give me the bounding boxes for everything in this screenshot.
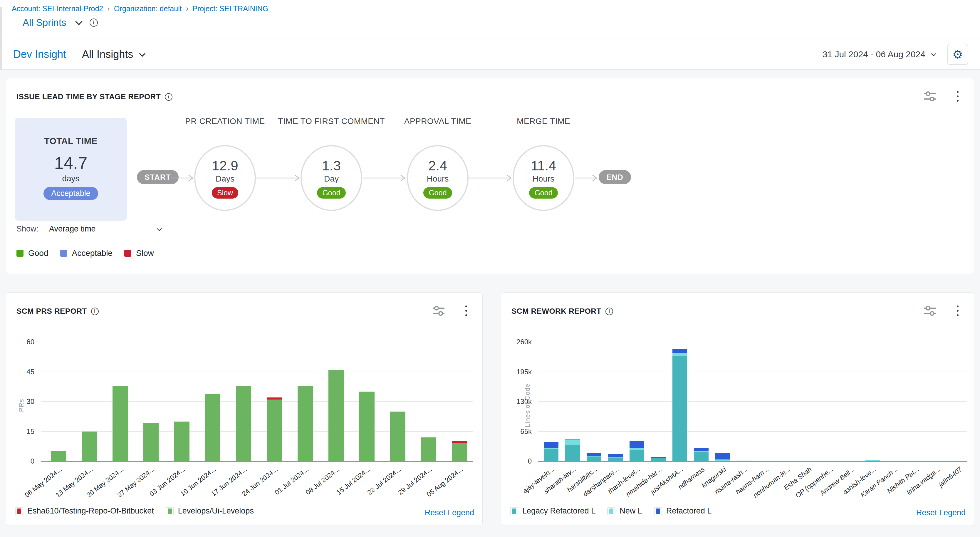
bar-New L[interactable] [715,459,730,461]
reset-legend-link[interactable]: Reset Legend [916,508,966,517]
bar-Legacy Refactored L[interactable] [865,461,880,461]
bar-Refactored L[interactable] [608,454,623,458]
flow-arrow [171,174,194,183]
insight-title[interactable]: Dev Insight [13,48,66,60]
info-icon[interactable]: i [90,19,98,27]
legend-label: Refactored L [666,507,712,516]
legend-label: Acceptable [72,248,113,258]
breadcrumb-item[interactable]: Organization: default [114,5,182,13]
legend-swatch [60,250,67,257]
reset-legend-link[interactable]: Reset Legend [425,508,474,517]
info-icon[interactable]: i [165,93,172,101]
legend-item[interactable]: Acceptable [60,248,113,258]
legend-item[interactable]: Good [16,248,48,258]
date-range-selector[interactable]: 31 Jul 2024 - 06 Aug 2024 [822,49,925,59]
bar-Levelops/Ui-Levelops[interactable] [298,386,313,461]
bar-Levelops/Ui-Levelops[interactable] [267,400,282,461]
bar-Levelops/Ui-Levelops[interactable] [236,386,251,461]
x-tick-label: 22 Jul 2024... [366,466,402,496]
legend-label: Slow [136,248,154,258]
bar-Levelops/Ui-Levelops[interactable] [113,386,128,461]
bar-New L[interactable] [694,451,709,452]
bar-Refactored L[interactable] [587,453,601,456]
bar-New L[interactable] [544,448,558,450]
bar-Legacy Refactored L[interactable] [587,456,601,461]
stage-rating-badge: Good [529,187,558,199]
y-tick-label: 260k [493,338,532,346]
stage-rating-badge: Good [317,187,345,199]
chevron-down-icon[interactable] [75,18,82,25]
bar-Refactored L[interactable] [694,448,709,451]
bar-Legacy Refactored L[interactable] [673,356,687,461]
insight-header: Dev Insight All Insights 31 Jul 2024 - 0… [0,39,980,70]
bar-Levelops/Ui-Levelops[interactable] [51,451,66,461]
x-axis-baseline [41,461,473,462]
settings-button[interactable]: ⚙ [947,44,968,65]
bar-Legacy Refactored L[interactable] [544,449,558,461]
bar-New L[interactable] [673,353,687,356]
bar-Levelops/Ui-Levelops[interactable] [82,432,97,461]
legend-marker [166,507,174,515]
bar-Refactored L[interactable] [544,442,558,448]
bar-New L[interactable] [587,456,601,457]
stage-title: PR CREATION TIME [169,116,281,127]
total-time-card: TOTAL TIME 14.7 days Acceptable [15,118,127,221]
bar-Legacy Refactored L[interactable] [630,450,644,461]
legend-item[interactable]: Levelops/Ui-Levelops [166,507,254,516]
bar-New L[interactable] [608,458,623,458]
legend-marker [510,507,518,515]
show-metric-select[interactable]: Average time [49,224,96,234]
bar-New L[interactable] [630,448,644,450]
sprint-selector[interactable]: All Sprints [22,17,67,28]
gridline [538,372,967,372]
legend-item[interactable]: Legacy Refactored L [510,507,595,516]
sliders-icon[interactable] [923,90,937,103]
chevron-down-icon[interactable] [139,50,145,56]
legend-item[interactable]: New L [607,507,642,516]
y-axis-title: Lines of Code [524,384,531,427]
insight-selector[interactable]: All Insights [82,48,133,60]
bar-Levelops/Ui-Levelops[interactable] [452,443,467,461]
bar-Legacy Refactored L[interactable] [694,452,709,461]
bar-Esha610/Testing-Repo-Of-Bitbucket[interactable] [452,441,467,443]
bar-Levelops/Ui-Levelops[interactable] [390,411,406,461]
legend-marker-fill [609,508,613,514]
stage-unit: Days [216,174,234,184]
bar-Refactored L[interactable] [565,440,580,440]
chevron-down-icon[interactable] [931,51,936,56]
bar-Levelops/Ui-Levelops[interactable] [328,370,344,461]
bar-Refactored L[interactable] [651,457,666,458]
bar-Legacy Refactored L[interactable] [565,445,580,461]
stage-value: 12.9 [212,158,238,174]
bar-Esha610/Testing-Repo-Of-Bitbucket[interactable] [267,397,282,400]
bar-New L[interactable] [865,460,880,461]
bar-Levelops/Ui-Levelops[interactable] [205,394,220,461]
legend-item[interactable]: Esha610/Testing-Repo-Of-Bitbucket [15,507,154,516]
bar-Levelops/Ui-Levelops[interactable] [143,423,159,461]
bar-Refactored L[interactable] [630,441,644,448]
legend-swatch [124,250,131,257]
left-edge-strip [0,7,2,70]
bar-Levelops/Ui-Levelops[interactable] [359,392,375,461]
kebab-menu-icon[interactable] [956,90,960,103]
y-tick-label: 30 [0,397,34,406]
legend-item[interactable]: Refactored L [654,507,712,516]
bar-Levelops/Ui-Levelops[interactable] [421,437,436,461]
breadcrumb-item[interactable]: Account: SEI-Internal-Prod2 [12,5,103,13]
stage-node: 11.4HoursGood [512,145,574,211]
bar-Legacy Refactored L[interactable] [608,458,623,461]
bar-Refactored L[interactable] [715,453,730,459]
bar-Refactored L[interactable] [673,349,687,353]
stage-node: 2.4HoursGood [407,145,469,211]
gridline [538,431,967,432]
bar-Levelops/Ui-Levelops[interactable] [174,421,189,461]
top-header: Account: SEI-Internal-Prod2›Organization… [0,0,980,39]
bar-Legacy Refactored L[interactable] [737,461,751,461]
legend-item[interactable]: Slow [124,248,154,258]
breadcrumb-item[interactable]: Project: SEI TRAINING [192,5,268,13]
divider [74,48,74,60]
bar-Legacy Refactored L[interactable] [651,458,666,461]
y-tick-label: 0 [493,457,532,466]
bar-New L[interactable] [565,440,580,445]
chevron-down-icon[interactable] [157,226,162,231]
